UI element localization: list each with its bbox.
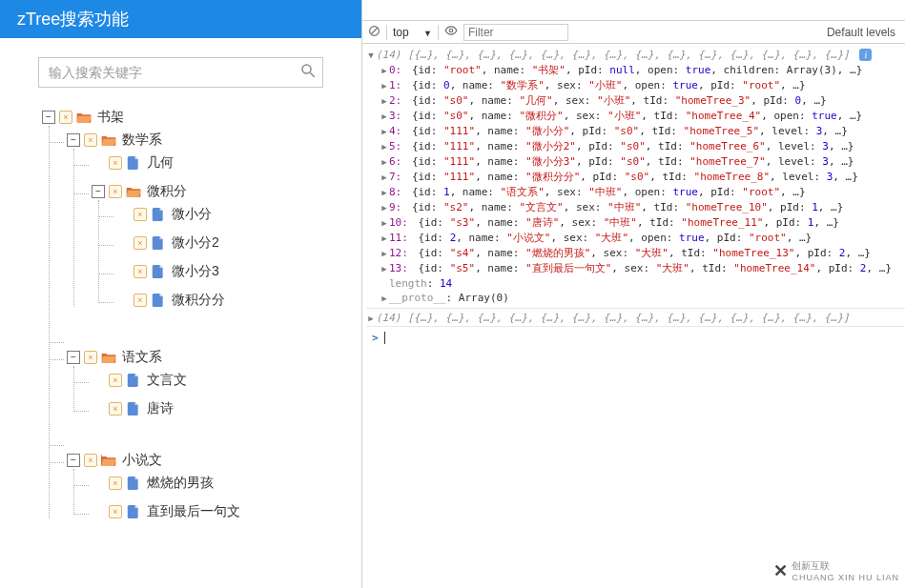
collapse-icon[interactable]: − [67,351,80,364]
expand-icon[interactable] [380,93,389,109]
tree-label: 微小分2 [170,234,219,252]
watermark: ✕ 创新互联 CHUANG XIN HU LIAN [773,559,899,582]
row-body: {id: 1, name: "语文系", sex: "中班", open: tr… [412,186,806,198]
expand-icon[interactable] [380,185,389,200]
console-object-row[interactable]: 7: {id: "111", name: "微积分分", pId: "s0", … [366,170,905,185]
remove-icon[interactable]: × [59,111,72,124]
console-header[interactable]: (14) [{…}, {…}, {…}, {…}, {…}, {…}, {…},… [366,48,905,63]
tree-row[interactable]: − × 微积分 [92,183,361,200]
console-object-row[interactable]: 9: {id: "s2", name: "文言文", sex: "中班", tI… [366,200,905,215]
console-object-row[interactable]: 13: {id: "s5", name: "直到最后一句文", sex: "大班… [366,261,905,276]
tree-label: 小说文 [120,452,162,469]
search-input[interactable] [39,58,322,87]
console-object-row[interactable]: 10: {id: "s3", name: "唐诗", sex: "中班", tI… [366,215,905,231]
tree-row[interactable]: × 燃烧的男孩 [92,475,361,492]
collapse-icon[interactable]: − [67,133,80,147]
info-icon[interactable]: i [859,49,872,61]
console-footer-array[interactable]: (14) [{…}, {…}, {…}, {…}, {…}, {…}, {…},… [366,308,905,326]
expand-icon[interactable] [380,109,389,124]
tree-row[interactable]: × 微小分3 [116,263,361,280]
file-icon [151,236,166,250]
tree-row[interactable]: − × 数学系 [67,132,361,149]
expand-icon[interactable] [366,48,376,63]
file-icon [126,402,141,416]
toolbar-separator [386,25,387,40]
tree-row[interactable]: × 微小分2 [116,234,361,252]
remove-icon[interactable]: × [109,374,122,387]
remove-icon[interactable]: × [134,208,147,221]
tree-label: 微小分3 [170,263,219,280]
console-object-row[interactable]: 1: {id: 0, name: "数学系", sex: "小班", open:… [366,78,905,93]
row-body: {id: "s2", name: "文言文", sex: "中班", tId: … [412,201,843,213]
tree-row[interactable]: × 唐诗 [92,400,361,417]
file-icon [126,505,141,518]
console-proto-row[interactable]: __proto__: Array(0) [366,291,905,306]
tree-node: × 直到最后一句文 [92,497,361,526]
tree-row[interactable]: − × 语文系 [67,349,361,366]
remove-icon[interactable]: × [84,133,97,147]
console-object-row[interactable]: 3: {id: "s0", name: "微积分", sex: "小班", tI… [366,109,905,124]
expand-icon[interactable] [380,215,389,231]
expand-icon[interactable] [380,231,389,246]
search-box[interactable] [38,57,323,88]
tree-spacer [67,326,361,343]
tree-row[interactable]: × 微积分分 [116,292,361,309]
expand-icon[interactable] [380,63,389,78]
remove-icon[interactable]: × [109,476,122,490]
remove-icon[interactable]: × [84,454,97,467]
expand-icon[interactable] [380,246,389,261]
remove-icon[interactable]: × [134,265,147,278]
collapse-icon[interactable]: − [67,454,80,467]
remove-icon[interactable]: × [109,185,122,198]
console-object-row[interactable]: 8: {id: 1, name: "语文系", sex: "中班", open:… [366,185,905,200]
row-body: {id: "s4", name: "燃烧的男孩", sex: "大班", tId… [419,247,871,259]
tree-row[interactable]: × 微小分 [116,206,361,223]
expand-icon[interactable] [380,170,389,185]
collapse-icon[interactable]: − [42,111,55,124]
array-preview: [{…}, {…}, {…}, {…}, {…}, {…}, {…}, {…},… [407,49,850,61]
console-object-row[interactable]: 6: {id: "111", name: "微小分3", pId: "s0", … [366,154,905,170]
tree-row[interactable]: × 几何 [92,154,361,172]
remove-icon[interactable]: × [134,236,147,250]
clear-console-icon[interactable] [368,25,381,40]
row-index: 1: [389,79,405,91]
expand-icon[interactable] [380,291,389,306]
row-index: 7: [389,171,405,183]
console-object-row[interactable]: 11: {id: 2, name: "小说文", sex: "大班", open… [366,231,905,246]
console-object-row[interactable]: 0: {id: "root", name: "书架", pId: null, o… [366,63,905,78]
tree-label: 语文系 [120,349,162,366]
log-levels-select[interactable]: Default levels [827,26,899,39]
toggle-blank-icon [92,156,105,170]
collapse-icon[interactable]: − [92,185,105,198]
row-index: 10: [389,216,412,229]
file-icon [126,476,141,490]
tree-row[interactable]: × 直到最后一句文 [92,503,361,520]
tree-node: − × 微积分 × [92,177,361,320]
console-prompt[interactable]: > [366,326,905,349]
remove-icon[interactable]: × [109,402,122,416]
expand-icon[interactable] [366,311,376,326]
context-select[interactable]: top ▼ [393,26,432,39]
expand-icon[interactable] [380,154,389,170]
expand-icon[interactable] [380,139,389,154]
remove-icon[interactable]: × [134,294,147,307]
console-object-row[interactable]: 12: {id: "s4", name: "燃烧的男孩", sex: "大班",… [366,246,905,261]
eye-icon[interactable] [444,24,458,40]
filter-input[interactable] [463,24,568,41]
expand-icon[interactable] [380,200,389,215]
search-icon[interactable] [299,62,317,83]
watermark-brand: 创新互联 [792,559,899,573]
expand-icon[interactable] [380,78,389,93]
console-object-row[interactable]: 2: {id: "s0", name: "几何", sex: "小班", tId… [366,93,905,109]
tree-row[interactable]: × 文言文 [92,372,361,389]
expand-icon[interactable] [380,124,389,139]
console-object-row[interactable]: 4: {id: "111", name: "微小分", pId: "s0", t… [366,124,905,139]
remove-icon[interactable]: × [84,351,97,364]
remove-icon[interactable]: × [109,505,122,518]
tree-row[interactable]: − × 小说文 [67,452,361,469]
expand-icon[interactable] [380,261,389,276]
console-object-row[interactable]: 5: {id: "111", name: "微小分2", pId: "s0", … [366,139,905,154]
remove-icon[interactable]: × [109,156,122,170]
tree-row[interactable]: − × 书架 [42,109,361,126]
svg-line-1 [310,72,315,77]
